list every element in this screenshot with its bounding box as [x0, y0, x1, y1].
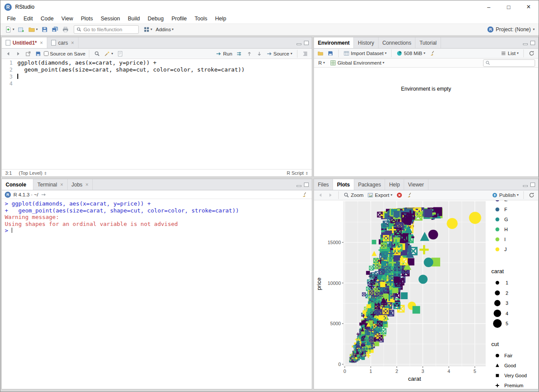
tab-close-icon[interactable]: × [40, 40, 43, 46]
refresh-environment-button[interactable] [527, 50, 536, 57]
scope-selector[interactable]: (Top Level) ⇕ [19, 170, 47, 176]
zoom-plot-button[interactable]: Zoom [342, 192, 365, 199]
svg-text:10000: 10000 [327, 281, 341, 286]
save-all-icon [52, 26, 59, 33]
clear-environment-button[interactable] [428, 50, 437, 57]
minimize-pane-button[interactable] [523, 43, 528, 45]
minimize-window-button[interactable]: – [479, 0, 499, 13]
tab-close-icon[interactable]: × [85, 182, 88, 188]
open-in-new-window-button[interactable] [24, 50, 33, 57]
document-outline-button[interactable] [301, 50, 310, 57]
plots-tab[interactable]: Plots [333, 179, 354, 190]
load-workspace-button[interactable] [316, 50, 325, 57]
next-plot-button[interactable] [326, 192, 335, 199]
forward-button[interactable] [14, 50, 23, 57]
svg-text:0: 0 [343, 369, 346, 374]
minimize-pane-button[interactable] [297, 185, 301, 187]
environment-tab[interactable]: Tutorial [415, 37, 441, 48]
menu-item[interactable]: View [58, 13, 77, 24]
source-button[interactable]: Source ▾ [265, 50, 294, 57]
tab-label: Packages [358, 182, 381, 188]
plots-tab[interactable]: Viewer [404, 179, 428, 190]
project-selector[interactable]: R Project: (None) ▾ [487, 26, 536, 33]
save-all-button[interactable] [50, 25, 60, 34]
menu-item[interactable]: Edit [20, 13, 37, 24]
go-previous-chunk-button[interactable] [245, 50, 254, 57]
refresh-plot-button[interactable] [527, 192, 536, 199]
rerun-button[interactable] [235, 50, 244, 57]
environment-scope-selector[interactable]: Global Environment ▾ [329, 59, 385, 66]
addins-button[interactable]: Addins ▾ [154, 26, 175, 33]
save-workspace-button[interactable] [326, 50, 335, 57]
environment-search-input[interactable] [492, 60, 533, 65]
console-output[interactable]: > ggplot(diamonds, aes(x=carat, y=price)… [2, 199, 312, 389]
maximize-window-button[interactable]: □ [499, 0, 519, 13]
menu-item[interactable]: Code [37, 13, 58, 24]
environment-tab[interactable]: Connections [379, 37, 416, 48]
console-tab[interactable]: Console [2, 179, 33, 190]
import-dataset-button[interactable]: Import Dataset ▾ [342, 50, 388, 57]
clear-all-plots-button[interactable] [405, 192, 414, 199]
menu-item[interactable]: Build [124, 13, 144, 24]
updown-arrows-icon: ⇕ [305, 171, 308, 176]
tab-close-icon[interactable]: × [60, 182, 63, 188]
find-replace-button[interactable] [93, 50, 101, 57]
editor-line: 3 [2, 73, 312, 80]
svg-text:G: G [504, 217, 508, 222]
minimize-pane-button[interactable] [523, 185, 528, 187]
editor-tab[interactable]: Untitled1* × [2, 37, 47, 48]
console-tab[interactable]: Jobs × [68, 179, 93, 190]
filetype-selector[interactable]: R Script ⇕ [287, 170, 308, 176]
title-bar: R RStudio – □ × [0, 0, 539, 13]
minimize-pane-button[interactable] [297, 43, 301, 45]
tab-close-icon[interactable]: × [71, 40, 74, 46]
remove-plot-button[interactable] [395, 192, 404, 199]
publish-button[interactable]: Publish ▾ [490, 192, 520, 199]
run-button[interactable]: Run [214, 50, 233, 57]
open-file-button[interactable]: ▾ [27, 25, 39, 34]
environment-tab[interactable]: History [354, 37, 378, 48]
maximize-pane-button[interactable] [304, 41, 309, 45]
back-button[interactable] [4, 50, 13, 57]
menu-item[interactable]: Profile [167, 13, 190, 24]
plots-tab[interactable]: Packages [354, 179, 385, 190]
environment-tab[interactable]: Environment [314, 37, 354, 48]
language-selector[interactable]: R ▾ [317, 60, 326, 66]
menu-item[interactable]: File [3, 13, 20, 24]
menu-item[interactable]: Session [97, 13, 124, 24]
svg-text:I: I [504, 237, 506, 242]
save-button[interactable] [40, 25, 49, 34]
addins-grid-button[interactable]: ▾ [142, 26, 154, 33]
compile-report-button[interactable] [116, 50, 124, 57]
source-on-save-checkbox[interactable] [44, 51, 49, 56]
go-next-chunk-button[interactable] [255, 50, 264, 57]
memory-usage-button[interactable]: 508 MiB ▾ [395, 50, 426, 57]
popout-icon [25, 51, 31, 57]
clear-console-button[interactable] [300, 191, 309, 198]
new-file-button[interactable]: ▾ [3, 25, 16, 34]
print-button[interactable] [61, 25, 70, 34]
code-tools-button[interactable]: ▾ [103, 50, 114, 57]
tab-label: Connections [382, 40, 412, 46]
goto-directory-icon[interactable] [41, 192, 47, 198]
menu-item[interactable]: Plots [77, 13, 97, 24]
export-plot-button[interactable]: Export ▾ [366, 192, 393, 199]
file-icon [51, 40, 56, 46]
maximize-pane-button[interactable] [530, 41, 535, 45]
editor-tab[interactable]: cars × [47, 37, 78, 48]
save-document-button[interactable] [34, 50, 42, 57]
plots-tab[interactable]: Files [314, 179, 333, 190]
maximize-pane-button[interactable] [530, 183, 535, 187]
code-editor[interactable]: 1 ggplot(diamonds, aes(x=carat, y=price)… [2, 59, 312, 169]
menu-item[interactable]: Help [211, 13, 230, 24]
menu-item[interactable]: Debug [144, 13, 168, 24]
previous-plot-button[interactable] [316, 192, 325, 199]
list-view-button[interactable]: List ▾ [499, 50, 520, 57]
menu-item[interactable]: Tools [191, 13, 211, 24]
maximize-pane-button[interactable] [304, 183, 309, 187]
goto-file-input[interactable] [83, 27, 136, 32]
plots-tab[interactable]: Help [385, 179, 404, 190]
console-tab[interactable]: Terminal × [33, 179, 67, 190]
close-window-button[interactable]: × [519, 0, 539, 13]
new-project-button[interactable] [16, 25, 26, 34]
